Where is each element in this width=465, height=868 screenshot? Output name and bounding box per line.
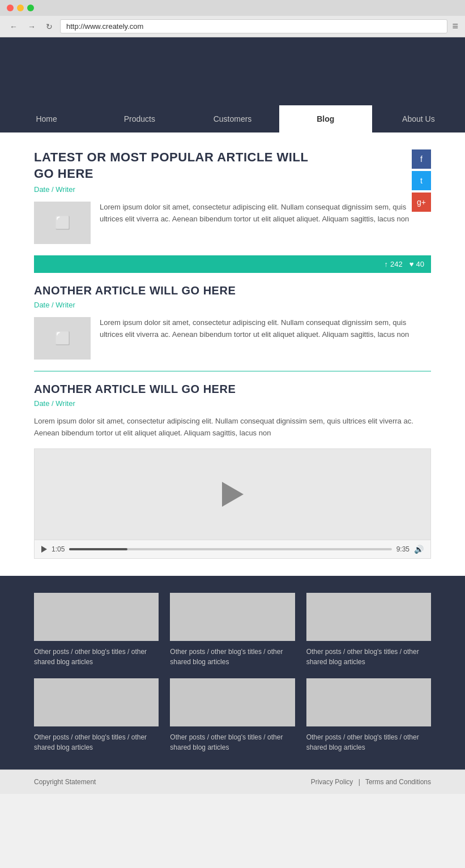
nav-item-blog[interactable]: Blog [279, 105, 372, 132]
article-1-meta: Date / Writer [34, 185, 431, 194]
blog-thumb-3 [306, 593, 431, 641]
section-divider [34, 371, 431, 371]
article-3-meta: Date / Writer [34, 399, 431, 408]
blog-thumb-label-3: Other posts / other blog's titles / othe… [306, 647, 431, 667]
upload-stat: ↑ 242 [385, 260, 403, 268]
blog-thumb-1 [34, 593, 159, 641]
refresh-button[interactable]: ↻ [43, 21, 56, 32]
menu-button[interactable]: ≡ [452, 20, 458, 32]
article-2-title: ANOTHER ARTICLE WILL GO HERE [34, 284, 431, 297]
nav-item-home[interactable]: Home [0, 105, 93, 132]
blog-thumb-label-6: Other posts / other blog's titles / othe… [306, 732, 431, 752]
article-3: ANOTHER ARTICLE WILL GO HERE Date / Writ… [34, 383, 431, 559]
footer-separator: | [359, 778, 360, 786]
close-dot[interactable] [7, 5, 14, 11]
progress-bar-track[interactable] [69, 548, 391, 550]
blog-thumb-label-1: Other posts / other blog's titles / othe… [34, 647, 159, 667]
like-count: 40 [416, 260, 424, 268]
blog-grid-item-5[interactable]: Other posts / other blog's titles / othe… [170, 678, 295, 752]
website: Home Products Customers Blog About Us LA… [0, 37, 465, 794]
blog-grid: Other posts / other blog's titles / othe… [34, 593, 431, 752]
article-1: LATEST OR MOST POPULAR ARTICLE WILL GO H… [34, 149, 431, 244]
googleplus-button[interactable]: g+ [412, 193, 431, 212]
blog-grid-item-1[interactable]: Other posts / other blog's titles / othe… [34, 593, 159, 667]
browser-chrome: ← → ↻ ≡ [0, 0, 465, 37]
social-sidebar: f t g+ [412, 149, 431, 212]
article-3-title: ANOTHER ARTICLE WILL GO HERE [34, 383, 431, 396]
minimize-dot[interactable] [17, 5, 24, 11]
nav-item-customers[interactable]: Customers [186, 105, 279, 132]
blog-grid-item-6[interactable]: Other posts / other blog's titles / othe… [306, 678, 431, 752]
footer-links: Privacy Policy | Terms and Conditions [311, 778, 431, 786]
image-icon-2: ⬜ [55, 331, 70, 346]
progress-bar-fill [69, 548, 127, 550]
nav-item-about[interactable]: About Us [372, 105, 465, 132]
play-button-small[interactable] [41, 546, 47, 553]
copyright-statement: Copyright Statement [34, 778, 96, 786]
browser-titlebar [0, 0, 465, 16]
like-icon: ♥ [409, 260, 414, 268]
nav-item-products[interactable]: Products [93, 105, 186, 132]
article-2: ANOTHER ARTICLE WILL GO HERE Date / Writ… [34, 284, 431, 360]
url-input[interactable] [60, 19, 447, 33]
privacy-policy-link[interactable]: Privacy Policy [311, 778, 353, 786]
play-button-large[interactable] [222, 482, 244, 507]
blog-thumb-5 [170, 678, 295, 726]
site-footer: Copyright Statement Privacy Policy | Ter… [0, 769, 465, 794]
article-1-thumbnail: ⬜ [34, 202, 91, 244]
article-2-meta: Date / Writer [34, 301, 431, 309]
stats-bar: ↑ 242 ♥ 40 [34, 255, 431, 273]
blog-footer: Other posts / other blog's titles / othe… [0, 576, 465, 769]
blog-thumb-4 [34, 678, 159, 726]
main-content: LATEST OR MOST POPULAR ARTICLE WILL GO H… [0, 132, 465, 576]
upload-count: 242 [390, 260, 403, 268]
blog-thumb-label-5: Other posts / other blog's titles / othe… [170, 732, 295, 752]
video-player: 1:05 9:35 🔊 [34, 448, 431, 559]
article-2-body: ⬜ Lorem ipsum dolor sit amet, consectetu… [34, 317, 431, 360]
video-controls: 1:05 9:35 🔊 [35, 540, 430, 558]
video-screen[interactable] [35, 449, 430, 540]
blog-grid-item-2[interactable]: Other posts / other blog's titles / othe… [170, 593, 295, 667]
terms-link[interactable]: Terms and Conditions [365, 778, 431, 786]
blog-thumb-2 [170, 593, 295, 641]
blog-thumb-6 [306, 678, 431, 726]
image-icon: ⬜ [55, 216, 70, 230]
article-1-text: Lorem ipsum dolor sit amet, consectetur … [100, 202, 431, 225]
blog-thumb-label-4: Other posts / other blog's titles / othe… [34, 732, 159, 752]
total-time: 9:35 [396, 545, 409, 553]
back-button[interactable]: ← [7, 21, 20, 32]
forward-button[interactable]: → [25, 21, 39, 32]
main-nav: Home Products Customers Blog About Us [0, 105, 465, 132]
current-time: 1:05 [52, 545, 65, 553]
blog-thumb-label-2: Other posts / other blog's titles / othe… [170, 647, 295, 667]
hero-banner [0, 37, 465, 105]
article-2-thumbnail: ⬜ [34, 317, 91, 360]
volume-icon[interactable]: 🔊 [414, 545, 424, 554]
article-1-body: ⬜ Lorem ipsum dolor sit amet, consectetu… [34, 202, 431, 244]
facebook-button[interactable]: f [412, 149, 431, 169]
article-3-text: Lorem ipsum dolor sit amet, consectetur … [34, 416, 431, 439]
like-stat: ♥ 40 [409, 260, 424, 268]
browser-addressbar: ← → ↻ ≡ [0, 16, 465, 37]
twitter-button[interactable]: t [412, 171, 431, 190]
article-2-text: Lorem ipsum dolor sit amet, consectetur … [100, 317, 431, 341]
blog-grid-item-4[interactable]: Other posts / other blog's titles / othe… [34, 678, 159, 752]
maximize-dot[interactable] [27, 5, 34, 11]
upload-icon: ↑ [385, 260, 389, 268]
blog-grid-item-3[interactable]: Other posts / other blog's titles / othe… [306, 593, 431, 667]
article-1-title: LATEST OR MOST POPULAR ARTICLE WILL GO H… [34, 149, 329, 182]
